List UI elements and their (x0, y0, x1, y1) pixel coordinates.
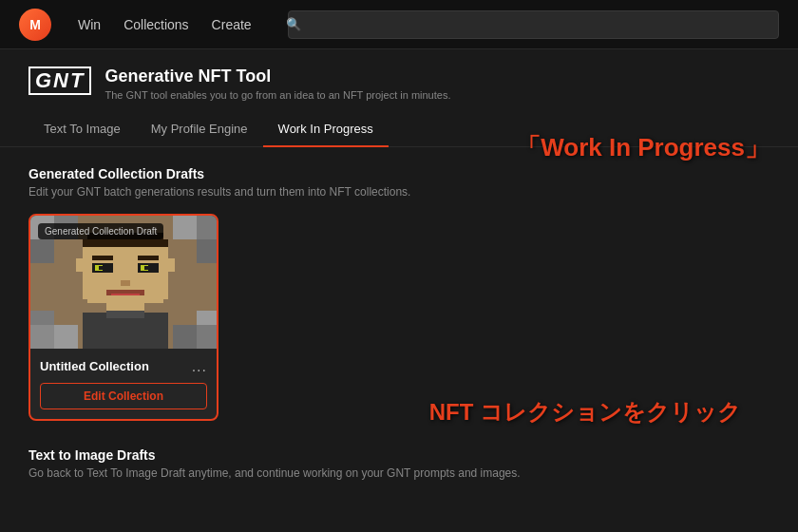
svg-rect-30 (106, 299, 144, 313)
svg-rect-6 (197, 239, 217, 263)
logo-avatar[interactable]: M (19, 9, 51, 41)
text-to-image-subtitle: Go back to Text To Image Draft anytime, … (28, 466, 770, 480)
gnt-logo: GNT (28, 66, 91, 95)
tab-work-in-progress[interactable]: Work In Progress (263, 112, 389, 147)
svg-rect-5 (30, 239, 54, 263)
search-wrap: 🔍 (278, 10, 779, 39)
card-badge: Generated Collection Draft (38, 223, 163, 239)
svg-rect-12 (173, 325, 197, 349)
tab-profile-engine[interactable]: My Profile Engine (136, 112, 263, 147)
svg-rect-11 (54, 325, 78, 349)
nav-collections[interactable]: Collections (124, 17, 188, 32)
svg-rect-32 (106, 311, 144, 318)
generated-section-title: Generated Collection Drafts (28, 166, 770, 181)
svg-rect-19 (138, 256, 159, 260)
app-title: Generative NFT Tool (104, 66, 450, 87)
generated-section-subtitle: Edit your GNT batch generations results … (28, 185, 770, 199)
collections-grid: Generated Collection Draft (28, 214, 770, 421)
nav-create[interactable]: Create (212, 17, 252, 32)
collection-card[interactable]: Generated Collection Draft (28, 214, 218, 421)
nav-links: Win Collections Create (78, 17, 252, 32)
edit-collection-button[interactable]: Edit Collection (40, 383, 207, 409)
svg-rect-9 (30, 325, 54, 349)
card-name-row: Untitled Collection ... (40, 358, 207, 375)
svg-rect-18 (92, 256, 113, 260)
main-content: Generated Collection Drafts Edit your GN… (0, 147, 798, 514)
app-subtitle: The GNT tool enables you to go from an i… (104, 89, 450, 101)
nav-win[interactable]: Win (78, 17, 101, 32)
svg-rect-16 (76, 258, 83, 272)
tabs-bar: Text To Image My Profile Engine Work In … (0, 112, 798, 147)
svg-rect-14 (83, 239, 168, 247)
card-name: Untitled Collection (40, 359, 149, 373)
svg-rect-24 (99, 266, 103, 270)
svg-rect-26 (121, 280, 130, 286)
svg-rect-3 (173, 216, 197, 239)
navbar: M Win Collections Create 🔍 (0, 0, 798, 49)
tab-text-to-image[interactable]: Text To Image (28, 112, 136, 147)
svg-rect-10 (197, 325, 217, 349)
header-text-block: Generative NFT Tool The GNT tool enables… (104, 66, 450, 101)
card-image-wrap: Generated Collection Draft (30, 216, 217, 349)
header-section: GNT Generative NFT Tool The GNT tool ena… (0, 49, 798, 112)
text-to-image-section: Text to Image Drafts Go back to Text To … (28, 447, 770, 480)
card-footer: Untitled Collection ... Edit Collection (30, 349, 217, 419)
text-to-image-title: Text to Image Drafts (28, 447, 770, 463)
search-icon: 🔍 (286, 17, 301, 31)
svg-rect-17 (168, 258, 175, 272)
search-input[interactable] (288, 10, 779, 39)
svg-rect-4 (197, 216, 217, 239)
svg-rect-25 (144, 266, 148, 270)
card-more-icon[interactable]: ... (192, 358, 207, 375)
